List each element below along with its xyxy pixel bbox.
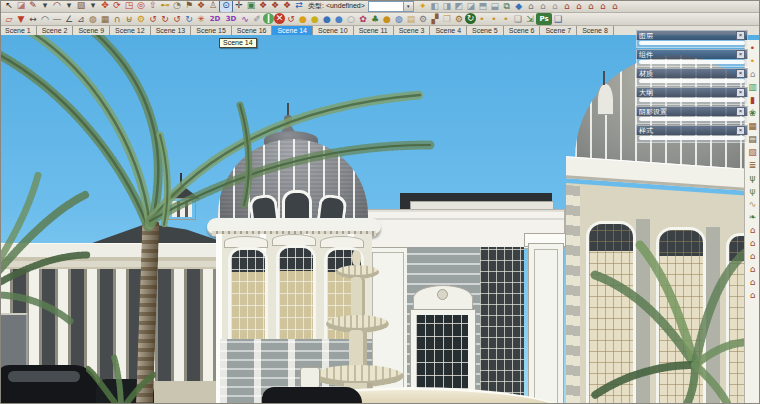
- grass-icon[interactable]: ψ: [747, 185, 759, 198]
- red-house-icon[interactable]: ⌂: [747, 250, 759, 263]
- person-icon[interactable]: ♙: [207, 0, 219, 11]
- asterisk-icon[interactable]: ✳: [195, 13, 207, 25]
- chevron-down-icon[interactable]: ▾: [403, 2, 413, 11]
- line-icon[interactable]: —: [51, 13, 63, 25]
- coin-icon[interactable]: •: [500, 13, 512, 25]
- section-plane-icon[interactable]: ▱: [3, 13, 15, 25]
- folder-icon[interactable]: ▤: [405, 13, 417, 25]
- red-house-icon[interactable]: ⌂: [747, 237, 759, 250]
- render-sphere-icon[interactable]: ●: [333, 13, 345, 25]
- window-icon[interactable]: ▣: [245, 0, 257, 11]
- crate-icon[interactable]: ▤: [747, 133, 759, 146]
- close-icon[interactable]: ×: [736, 69, 745, 78]
- scale-tool-icon[interactable]: ◳: [123, 0, 135, 11]
- sandbox-scratch-icon[interactable]: ▦: [99, 13, 111, 25]
- label-icon[interactable]: ⊿: [75, 13, 87, 25]
- dropdown-caret-icon[interactable]: ▾: [87, 0, 99, 11]
- rotate-tool-icon[interactable]: ⟳: [111, 0, 123, 11]
- grass-icon[interactable]: ψ: [747, 172, 759, 185]
- line-tool-icon[interactable]: ✎: [27, 0, 39, 11]
- plugin-swirl-icon[interactable]: ↺: [147, 13, 159, 25]
- plugin-swirl-icon[interactable]: ↺: [171, 13, 183, 25]
- red-house-icon[interactable]: ⌂: [747, 289, 759, 302]
- layers-cube-icon[interactable]: ⧉: [501, 0, 513, 12]
- export-icon[interactable]: ⇲: [524, 13, 536, 25]
- swap-arrows-icon[interactable]: ⇄: [293, 0, 305, 11]
- enable-icon[interactable]: ❙: [263, 13, 274, 24]
- red-house-icon[interactable]: ⌂: [609, 0, 621, 12]
- brush-icon[interactable]: ✐: [251, 13, 263, 25]
- solid-shell-icon[interactable]: ◧: [429, 0, 441, 12]
- rectangle-tool-icon[interactable]: ▧: [75, 0, 87, 11]
- gem-icon[interactable]: ❖: [269, 0, 281, 11]
- gem-icon[interactable]: ❖: [281, 0, 293, 11]
- globe-icon[interactable]: ◍: [393, 13, 405, 25]
- tray-panel-titlebar[interactable]: 图层 ×: [636, 30, 748, 40]
- wave-icon[interactable]: ∿: [747, 198, 759, 211]
- close-icon[interactable]: ×: [736, 50, 745, 59]
- smoove-icon[interactable]: ∩: [111, 13, 123, 25]
- red-house-icon[interactable]: ⌂: [747, 224, 759, 237]
- gear-icon[interactable]: ⚙: [453, 13, 465, 25]
- shrub-icon[interactable]: ❀: [747, 107, 759, 120]
- clipboard-icon[interactable]: ❏: [512, 13, 524, 25]
- house-icon[interactable]: ⌂: [525, 0, 537, 12]
- close-icon[interactable]: ×: [736, 31, 745, 40]
- plugin-swirl-icon[interactable]: ↺: [285, 13, 297, 25]
- close-icon[interactable]: ×: [736, 107, 745, 116]
- pushpull-tool-icon[interactable]: ⇧: [147, 0, 159, 11]
- sandbox-contours-icon[interactable]: ◍: [87, 13, 99, 25]
- dropdown-caret-icon[interactable]: ▾: [63, 0, 75, 11]
- solid-subtract-icon[interactable]: ◪: [465, 0, 477, 12]
- red-house-icon[interactable]: ⌂: [573, 0, 585, 12]
- red-house-icon[interactable]: ⌂: [747, 263, 759, 276]
- tray-panel-titlebar[interactable]: 样式 ×: [636, 125, 748, 135]
- classifier-combobox[interactable]: ▾: [368, 1, 414, 12]
- ps-icon[interactable]: Ps: [536, 13, 552, 25]
- red-house-icon[interactable]: ⌂: [561, 0, 573, 12]
- arc-icon[interactable]: ◠: [39, 13, 51, 25]
- window-icon[interactable]: ❐: [441, 13, 453, 25]
- power-icon[interactable]: ↻: [465, 13, 476, 24]
- drape-icon[interactable]: ⚙: [135, 13, 147, 25]
- tape-measure-icon[interactable]: ⊷: [159, 0, 171, 11]
- puzzle-icon[interactable]: ▞: [429, 13, 441, 25]
- stamp-icon[interactable]: ⊎: [123, 13, 135, 25]
- book-icon[interactable]: ▮: [747, 94, 759, 107]
- section-fill-icon[interactable]: ▼: [15, 13, 27, 25]
- eraser-tool-icon[interactable]: ◪: [15, 0, 27, 11]
- render-sphere-icon[interactable]: ●: [297, 13, 309, 25]
- tray-panel-titlebar[interactable]: 组件 ×: [636, 49, 748, 59]
- 2d-export-icon[interactable]: 2D: [207, 13, 223, 25]
- wave-icon[interactable]: ∿: [239, 13, 251, 25]
- tree-icon[interactable]: ♣: [369, 13, 381, 25]
- star-icon[interactable]: ✦: [417, 0, 429, 12]
- followme-icon[interactable]: ❖: [195, 0, 207, 11]
- red-house-icon[interactable]: ⌂: [585, 0, 597, 12]
- gem-icon[interactable]: ❖: [257, 0, 269, 11]
- solid-split-icon[interactable]: ⬓: [489, 0, 501, 12]
- tray-panel-titlebar[interactable]: 大纲 ×: [636, 87, 748, 97]
- solid-trim-icon[interactable]: ⬒: [477, 0, 489, 12]
- offset-tool-icon[interactable]: ◎: [135, 0, 147, 11]
- blue-cube-icon[interactable]: ◆: [513, 0, 525, 12]
- flag-icon[interactable]: ⚑: [183, 0, 195, 11]
- tray-panel-titlebar[interactable]: 材质 ×: [636, 68, 748, 78]
- zoom-extents-icon[interactable]: ✛: [233, 0, 245, 11]
- image-doc-icon[interactable]: ❑: [552, 13, 564, 25]
- disable-icon[interactable]: ✕: [274, 13, 285, 24]
- palette-stripes-icon[interactable]: ▥: [747, 81, 759, 94]
- dot-icon[interactable]: •: [747, 55, 759, 68]
- render-sphere-icon[interactable]: ●: [321, 13, 333, 25]
- house-icon[interactable]: ⌂: [549, 0, 561, 12]
- red-house-icon[interactable]: ⌂: [597, 0, 609, 12]
- house-icon[interactable]: ⌂: [747, 68, 759, 81]
- crate-icon[interactable]: ▦: [747, 120, 759, 133]
- dimension-icon[interactable]: ↔: [27, 13, 39, 25]
- red-house-icon[interactable]: ⌂: [747, 276, 759, 289]
- plant-icon[interactable]: ✿: [357, 13, 369, 25]
- move-tool-icon[interactable]: ✥: [99, 0, 111, 11]
- protractor-icon[interactable]: ◔: [171, 0, 183, 11]
- plugin-swirl-icon[interactable]: ↻: [183, 13, 195, 25]
- coin-icon[interactable]: •: [488, 13, 500, 25]
